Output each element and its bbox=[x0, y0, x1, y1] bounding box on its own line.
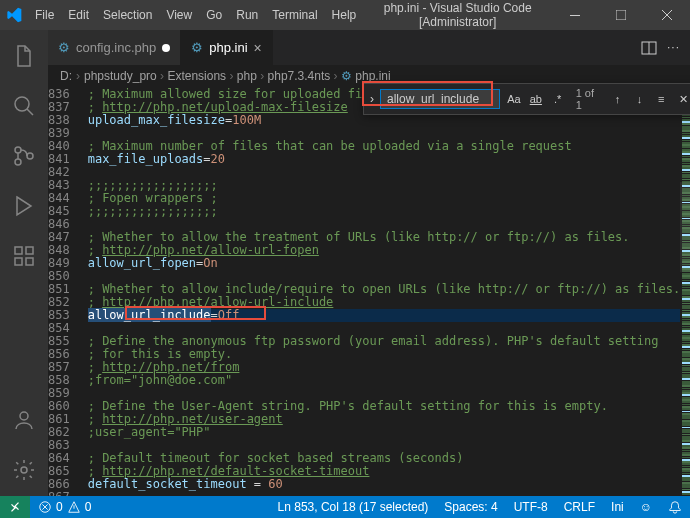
svg-rect-9 bbox=[26, 247, 33, 254]
menu-run[interactable]: Run bbox=[229, 0, 265, 30]
line-numbers: 8368378388398408418428438448458468478488… bbox=[48, 87, 88, 496]
menu-help[interactable]: Help bbox=[325, 0, 364, 30]
menu-bar: FileEditSelectionViewGoRunTerminalHelp bbox=[28, 0, 363, 30]
crumb-item[interactable]: Extensions bbox=[167, 69, 226, 83]
code-editor[interactable]: ; Maximum allowed size for uploaded file… bbox=[88, 87, 680, 496]
svg-point-10 bbox=[20, 412, 28, 420]
menu-view[interactable]: View bbox=[159, 0, 199, 30]
find-count: 1 of 1 bbox=[572, 87, 604, 111]
match-word-toggle[interactable]: ab bbox=[528, 90, 544, 108]
eol[interactable]: CRLF bbox=[556, 500, 603, 514]
encoding[interactable]: UTF-8 bbox=[506, 500, 556, 514]
scm-icon[interactable] bbox=[0, 136, 48, 176]
debug-icon[interactable] bbox=[0, 186, 48, 226]
titlebar: FileEditSelectionViewGoRunTerminalHelp p… bbox=[0, 0, 690, 30]
problems-button[interactable]: 0 0 bbox=[30, 496, 99, 518]
indentation[interactable]: Spaces: 4 bbox=[436, 500, 505, 514]
split-editor-icon[interactable] bbox=[641, 40, 657, 56]
tab-php-ini[interactable]: ⚙php.ini× bbox=[181, 30, 273, 65]
feedback-icon[interactable]: ☺ bbox=[632, 500, 660, 514]
svg-rect-0 bbox=[570, 15, 580, 16]
menu-file[interactable]: File bbox=[28, 0, 61, 30]
find-in-selection-icon[interactable]: ≡ bbox=[653, 90, 669, 108]
svg-rect-6 bbox=[15, 247, 22, 254]
menu-edit[interactable]: Edit bbox=[61, 0, 96, 30]
maximize-button[interactable] bbox=[598, 0, 644, 30]
svg-rect-7 bbox=[15, 258, 22, 265]
crumb-item[interactable]: phpstudy_pro bbox=[84, 69, 157, 83]
breadcrumb-drive: D: bbox=[60, 69, 72, 83]
window-title: php.ini - Visual Studio Code [Administra… bbox=[363, 1, 552, 29]
next-match-icon[interactable]: ↓ bbox=[631, 90, 647, 108]
close-find-icon[interactable]: ✕ bbox=[675, 90, 690, 108]
extensions-icon[interactable] bbox=[0, 236, 48, 276]
crumb-item[interactable]: php7.3.4nts bbox=[268, 69, 331, 83]
menu-selection[interactable]: Selection bbox=[96, 0, 159, 30]
match-case-toggle[interactable]: Aa bbox=[506, 90, 522, 108]
svg-rect-1 bbox=[616, 10, 626, 20]
crumb-item[interactable]: php bbox=[237, 69, 257, 83]
statusbar: 0 0 Ln 853, Col 18 (17 selected) Spaces:… bbox=[0, 496, 690, 518]
remote-button[interactable] bbox=[0, 496, 30, 518]
svg-point-11 bbox=[21, 467, 27, 473]
activity-bar bbox=[0, 30, 48, 496]
menu-terminal[interactable]: Terminal bbox=[265, 0, 324, 30]
language-mode[interactable]: Ini bbox=[603, 500, 632, 514]
svg-point-4 bbox=[15, 159, 21, 165]
account-icon[interactable] bbox=[0, 400, 48, 440]
chevron-right-icon[interactable]: › bbox=[370, 92, 374, 106]
find-input[interactable] bbox=[380, 89, 500, 109]
find-widget: › Aa ab .* 1 of 1 ↑ ↓ ≡ ✕ bbox=[363, 83, 690, 115]
vscode-icon bbox=[0, 7, 28, 23]
minimap[interactable] bbox=[680, 87, 690, 496]
svg-point-2 bbox=[15, 97, 29, 111]
regex-toggle[interactable]: .* bbox=[550, 90, 566, 108]
prev-match-icon[interactable]: ↑ bbox=[610, 90, 626, 108]
svg-point-3 bbox=[15, 147, 21, 153]
more-icon[interactable]: ··· bbox=[667, 40, 680, 56]
tab-config-inc-php[interactable]: ⚙config.inc.php bbox=[48, 30, 181, 65]
tabs: ⚙config.inc.php⚙php.ini× ··· bbox=[48, 30, 690, 65]
gear-icon[interactable] bbox=[0, 450, 48, 490]
svg-point-5 bbox=[27, 153, 33, 159]
search-icon[interactable] bbox=[0, 86, 48, 126]
notifications-icon[interactable] bbox=[660, 500, 690, 514]
close-tab-icon[interactable]: × bbox=[254, 40, 262, 56]
crumb-item[interactable]: php.ini bbox=[355, 69, 390, 83]
menu-go[interactable]: Go bbox=[199, 0, 229, 30]
svg-rect-8 bbox=[26, 258, 33, 265]
explorer-icon[interactable] bbox=[0, 36, 48, 76]
close-button[interactable] bbox=[644, 0, 690, 30]
cursor-position[interactable]: Ln 853, Col 18 (17 selected) bbox=[270, 500, 437, 514]
minimize-button[interactable] bbox=[552, 0, 598, 30]
